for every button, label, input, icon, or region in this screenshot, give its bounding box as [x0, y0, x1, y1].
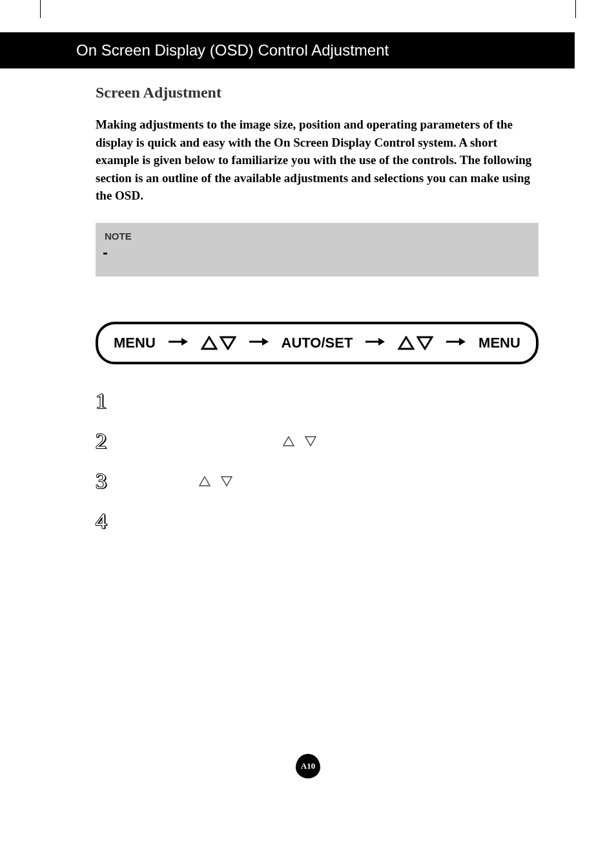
svg-marker-9: [418, 337, 432, 349]
step-number-1: 1: [96, 389, 115, 413]
svg-marker-8: [399, 337, 413, 349]
note-label: NOTE: [105, 231, 529, 242]
page-number-badge: A10: [296, 754, 320, 778]
seq-menu-1: MENU: [114, 335, 156, 351]
up-down-triangles-small-icon: [283, 436, 316, 446]
page-number: A10: [301, 761, 315, 771]
step-number-3: 3: [96, 469, 115, 494]
up-down-triangles-small-icon: [199, 476, 232, 486]
section-heading: Screen Adjustment: [96, 84, 539, 101]
crop-marks: [0, 0, 616, 26]
svg-marker-15: [221, 477, 232, 486]
content-area: Screen Adjustment Making adjustments to …: [96, 84, 539, 541]
svg-marker-12: [283, 437, 294, 446]
step-number-4: 4: [96, 509, 115, 534]
seq-autoset: AUTO/SET: [282, 335, 353, 351]
steps-list: 1 2 3 4: [96, 381, 539, 541]
crop-mark-left: [40, 0, 41, 18]
svg-marker-13: [305, 437, 316, 446]
svg-marker-2: [202, 337, 216, 349]
seq-menu-2: MENU: [478, 335, 520, 351]
arrow-right-icon: [446, 337, 466, 349]
up-down-triangles-icon: [201, 336, 236, 350]
crop-mark-right: [575, 0, 576, 18]
header-bar: On Screen Display (OSD) Control Adjustme…: [0, 32, 575, 68]
note-bullet-icon: [103, 253, 107, 255]
step-number-2: 2: [96, 429, 115, 453]
note-box: NOTE: [96, 223, 539, 276]
step-row-1: 1: [96, 381, 539, 421]
svg-marker-5: [262, 338, 269, 346]
arrow-right-icon: [249, 337, 269, 349]
arrow-right-icon: [169, 337, 188, 349]
step-row-3: 3: [96, 461, 539, 501]
svg-marker-3: [221, 337, 235, 349]
svg-marker-14: [200, 477, 210, 486]
svg-marker-11: [459, 338, 466, 346]
up-down-triangles-icon: [398, 336, 433, 350]
svg-marker-1: [181, 338, 188, 346]
page-title: On Screen Display (OSD) Control Adjustme…: [76, 41, 389, 59]
step-row-2: 2: [96, 421, 539, 461]
button-sequence-box: MENU AUTO/SET MENU: [96, 322, 539, 364]
svg-marker-7: [378, 338, 385, 346]
arrow-right-icon: [365, 337, 385, 349]
intro-paragraph: Making adjustments to the image size, po…: [96, 116, 539, 205]
step-row-4: 4: [96, 501, 539, 541]
